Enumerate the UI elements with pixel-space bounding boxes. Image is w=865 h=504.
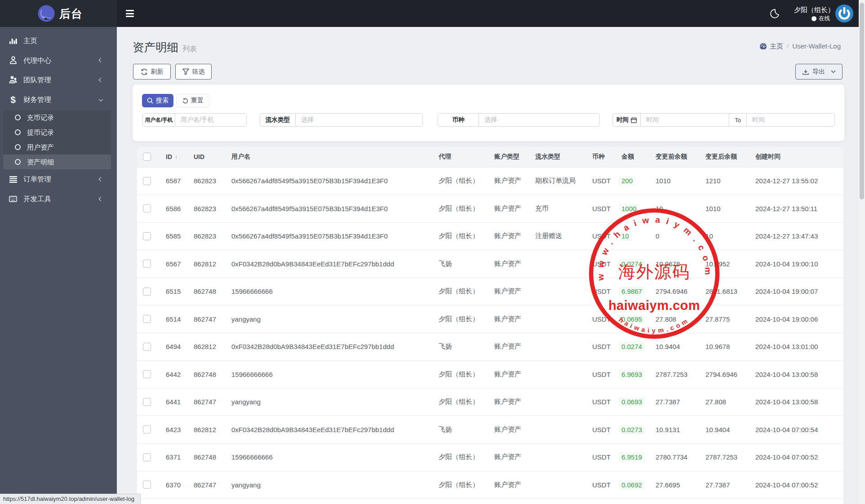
svg-text:haiwaiym.com: haiwaiym.com [608, 298, 700, 313]
svg-text:海外源码: 海外源码 [618, 262, 690, 281]
